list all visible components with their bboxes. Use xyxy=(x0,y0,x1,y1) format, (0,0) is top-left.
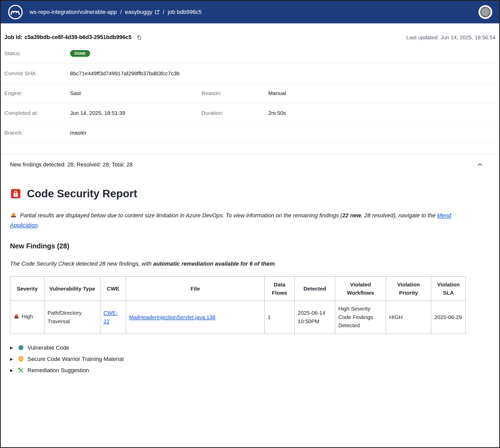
partial-note-suffix: . xyxy=(38,222,39,228)
red-lock-icon xyxy=(10,188,21,199)
vulnerability-type-cell: Path/Directory Traversal xyxy=(44,301,100,334)
completed-duration-row: Completed at: Jun 14, 2025, 18:51:39 Dur… xyxy=(1,103,499,123)
mend-logo-icon[interactable] xyxy=(7,4,23,20)
status-row: Status: DONE xyxy=(1,43,499,64)
detected-cell: 2025-06-14 10:50PM xyxy=(295,301,335,334)
expander-vulnerable-code[interactable]: ▶ Vulnerable Code xyxy=(10,342,490,353)
file-cell: MailHeaderInjectionServlet.java:138 xyxy=(126,301,265,334)
code-security-report: Code Security Report Partial results are… xyxy=(1,173,499,391)
summary-bold: automatic remediation available for 6 of… xyxy=(153,260,275,267)
job-header: Job Id: c5a39bdb-ce8f-4d39-b6d3-2951bdb9… xyxy=(1,23,499,43)
external-link-icon[interactable] xyxy=(155,10,160,15)
user-avatar[interactable] xyxy=(478,5,493,19)
completed-at-label: Completed at: xyxy=(4,110,70,116)
col-header-vulnerability-type: Vulnerability Type xyxy=(44,277,100,301)
violation-sla-cell: 2025-06-29 xyxy=(431,301,466,334)
file-link[interactable]: MailHeaderInjectionServlet.java:138 xyxy=(129,314,215,320)
summary-suffix: . xyxy=(275,260,276,267)
expand-arrow-icon: ▶ xyxy=(10,368,14,372)
branch-label: Branch: xyxy=(4,130,70,136)
expand-arrow-icon: ▶ xyxy=(10,346,14,350)
report-title-text: Code Security Report xyxy=(27,188,137,200)
violation-priority-cell: HIGH xyxy=(386,301,431,334)
reason-value: Manual xyxy=(268,90,496,96)
tools-icon xyxy=(18,367,24,374)
partial-note-prefix: Partial results are displayed below due … xyxy=(20,212,342,219)
breadcrumb-repo[interactable]: ws-repo-integration/vulnerable-app xyxy=(30,9,117,15)
expander-label: Secure Code Warrior Training Material xyxy=(27,356,124,362)
commit-sha-value: 8bc71e449ff3d749917af298ffb37bd83fcc7c3b xyxy=(70,70,201,77)
col-header-file: File xyxy=(126,277,265,301)
new-findings-heading: New Findings (28) xyxy=(10,242,490,250)
shield-icon xyxy=(18,356,24,362)
copy-job-id-button[interactable] xyxy=(136,35,142,40)
chevron-up-icon xyxy=(477,161,483,168)
expander-remediation-suggestion[interactable]: ▶ Remediation Suggestion xyxy=(10,365,490,376)
breadcrumb: ws-repo-integration/vulnerable-app / eas… xyxy=(30,9,202,15)
summary-sentence: The Code Security Check detected 28 new … xyxy=(10,260,490,267)
orange-siren-icon xyxy=(10,212,17,221)
commit-sha-label: Commit SHA: xyxy=(4,70,70,77)
col-header-data-flows: Data Flows xyxy=(265,277,295,301)
expander-label: Remediation Suggestion xyxy=(27,367,89,374)
cwe-cell: CWE-22 xyxy=(100,301,126,334)
findings-summary-text: New findings detected: 28; Resolved: 28;… xyxy=(10,162,133,168)
reason-label: Reason: xyxy=(201,90,268,96)
col-header-severity: Severity xyxy=(10,277,44,301)
collapse-button[interactable] xyxy=(477,161,483,168)
completed-at-value: Jun 14, 2025, 18:51:39 xyxy=(70,110,201,116)
top-nav-bar: ws-repo-integration/vulnerable-app / eas… xyxy=(1,1,499,23)
breadcrumb-project-label: easybuggy xyxy=(125,9,152,15)
branch-value: master xyxy=(70,130,201,136)
expander-label: Vulnerable Code xyxy=(27,344,69,351)
duration-value: 2m 50s xyxy=(268,110,496,116)
engine-reason-row: Engine: Sast Reason: Manual xyxy=(1,83,499,103)
col-header-violation-priority: Violation Priority xyxy=(386,277,431,301)
engine-value: Sast xyxy=(70,90,201,96)
status-badge-wrap: DONE xyxy=(70,50,201,57)
data-flows-cell: 1 xyxy=(265,301,295,334)
partial-note-bold: 22 new xyxy=(342,212,361,219)
duration-label: Duration: xyxy=(201,110,268,116)
col-header-violation-sla: Violation SLA xyxy=(431,277,466,301)
status-label: Status: xyxy=(4,50,70,57)
findings-table: Severity Vulnerability Type CWE File Dat… xyxy=(10,276,466,334)
globe-icon xyxy=(18,344,24,351)
cwe-link[interactable]: CWE-22 xyxy=(103,310,118,324)
job-id: Job Id: c5a39bdb-ce8f-4d39-b6d3-2951bdb9… xyxy=(4,34,142,41)
job-details-section: Job Id: c5a39bdb-ce8f-4d39-b6d3-2951bdb9… xyxy=(1,23,499,391)
job-id-value: c5a39bdb-ce8f-4d39-b6d3-2951bdb996c5 xyxy=(24,34,131,41)
expand-arrow-icon: ▶ xyxy=(10,357,14,361)
violated-workflows-cell: High Severity Code Findings Detected xyxy=(335,301,386,334)
finding-detail-expanders: ▶ Vulnerable Code ▶ xyxy=(10,342,490,376)
col-header-detected: Detected xyxy=(295,277,335,301)
job-id-label: Job Id: xyxy=(4,34,22,41)
severity-cell: High xyxy=(10,301,44,334)
partial-results-note: Partial results are displayed below due … xyxy=(10,211,477,229)
red-siren-icon xyxy=(13,313,20,320)
findings-table-header-row: Severity Vulnerability Type CWE File Dat… xyxy=(10,277,466,301)
commit-sha-row: Commit SHA: 8bc71e449ff3d749917af298ffb3… xyxy=(1,64,499,83)
breadcrumb-project[interactable]: easybuggy xyxy=(125,9,159,15)
severity-label: High xyxy=(22,312,33,321)
expander-training-material[interactable]: ▶ Secure Code Warrior Training Material xyxy=(10,353,490,365)
partial-note-middle: , 28 resolved), navigate to the xyxy=(361,212,437,219)
summary-prefix: The Code Security Check detected 28 new … xyxy=(10,260,153,267)
engine-label: Engine: xyxy=(4,90,70,96)
status-badge: DONE xyxy=(70,50,90,57)
col-header-cwe: CWE xyxy=(100,277,126,301)
report-title: Code Security Report xyxy=(10,188,490,200)
finding-row: High Path/Directory Traversal CWE-22 Mai… xyxy=(10,301,466,334)
findings-summary-bar: New findings detected: 28; Resolved: 28;… xyxy=(1,154,499,173)
breadcrumb-job: job bdb996c5 xyxy=(168,9,202,15)
branch-row: Branch: master xyxy=(1,123,499,143)
breadcrumb-separator: / xyxy=(163,9,165,15)
col-header-violated-workflows: Violated Workflows xyxy=(335,277,386,301)
last-updated: Last updated: Jun 14, 2025, 18:56:54 xyxy=(406,34,496,41)
breadcrumb-separator: / xyxy=(120,9,122,15)
